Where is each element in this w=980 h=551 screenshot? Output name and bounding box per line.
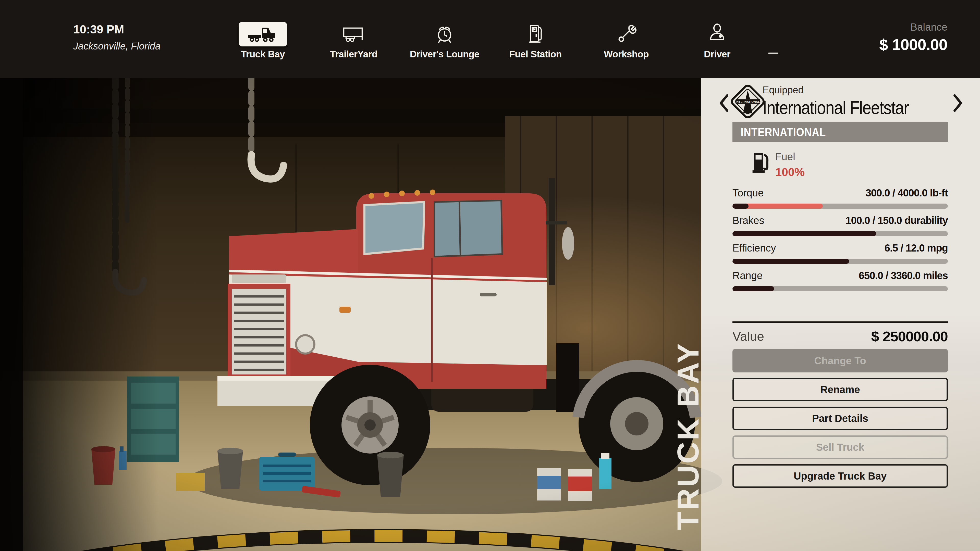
truck-title-block: Equipped International Fleetstar — [762, 85, 956, 118]
tab-workshop[interactable]: Workshop — [581, 0, 672, 78]
stat-row-torque: Torque 300.0 / 4000.0 lb-ft — [732, 187, 948, 215]
fuel-label: Fuel — [775, 151, 805, 162]
fuel-pump-icon — [511, 22, 560, 46]
balance-label: Balance — [879, 21, 947, 33]
truck-bay-banner: TRUCK BAY — [671, 342, 705, 530]
brand-name: INTERNATIONAL — [741, 125, 826, 139]
semi-truck-icon — [239, 22, 287, 46]
nav-tabs: Truck Bay TrailerYard — [218, 0, 762, 78]
person-icon — [693, 22, 741, 46]
tab-label: Driver's Lounge — [410, 49, 479, 60]
alarm-clock-icon — [420, 22, 469, 46]
truck-bay-screen: TRUCK BAY 10:39 PM Jacksonville, Florida — [0, 0, 980, 551]
stat-bar — [732, 231, 948, 236]
tab-truck-bay[interactable]: Truck Bay — [218, 0, 308, 78]
tab-driver[interactable]: Driver — [672, 0, 762, 78]
next-truck-chevron-icon[interactable] — [952, 94, 964, 112]
stat-label: Brakes — [732, 215, 764, 226]
value-label: Value — [732, 329, 764, 344]
fuel-pump-filled-icon — [752, 151, 769, 176]
truck-name: International Fleetstar — [762, 97, 933, 118]
stat-row-range: Range 650.0 / 3360.0 miles — [732, 270, 948, 297]
tab-label: TrailerYard — [330, 49, 377, 60]
tab-drivers-lounge[interactable]: Driver's Lounge — [399, 0, 490, 78]
stat-row-efficiency: Efficiency 6.5 / 12.0 mpg — [732, 242, 948, 270]
fuel-status: Fuel 100% — [752, 151, 805, 179]
clock-block: 10:39 PM Jacksonville, Florida — [73, 22, 161, 52]
stat-bar — [732, 286, 948, 291]
sell-truck-button[interactable]: Sell Truck — [732, 435, 948, 459]
divider — [732, 321, 948, 323]
prev-truck-chevron-icon[interactable] — [718, 94, 730, 112]
stat-value: 6.5 / 12.0 mpg — [885, 242, 948, 254]
international-logo-icon: INTERNATIONAL — [731, 85, 765, 118]
stat-label: Efficiency — [732, 242, 776, 254]
stat-value: 300.0 / 4000.0 lb-ft — [865, 187, 948, 199]
game-time: 10:39 PM — [73, 22, 161, 36]
stat-value: 100.0 / 150.0 durability — [845, 215, 948, 226]
equipped-label: Equipped — [762, 85, 956, 96]
balance-value: $ 1000.00 — [879, 35, 947, 54]
fuel-percentage: 100% — [775, 165, 805, 179]
current-location: Jacksonville, Florida — [73, 41, 161, 52]
stat-row-brakes: Brakes 100.0 / 150.0 durability — [732, 215, 948, 242]
tab-label: Truck Bay — [241, 49, 285, 60]
nav-dash-indicator — [768, 52, 778, 54]
tab-label: Driver — [704, 49, 730, 60]
balance-block: Balance $ 1000.00 — [879, 21, 947, 54]
truck-value-row: Value $ 250000.00 — [732, 328, 948, 345]
stat-bar — [732, 259, 948, 264]
tab-fuel-station[interactable]: Fuel Station — [490, 0, 581, 78]
part-details-button[interactable]: Part Details — [732, 407, 948, 430]
change-to-button[interactable]: Change To — [732, 349, 948, 372]
action-buttons: Change To Rename Part Details Sell Truck… — [732, 349, 948, 488]
trailer-icon — [329, 22, 378, 46]
truck-stats: Torque 300.0 / 4000.0 lb-ft Brakes 100.0… — [732, 187, 948, 297]
rename-button[interactable]: Rename — [732, 378, 948, 401]
brand-bar: INTERNATIONAL — [732, 122, 948, 142]
wrench-icon — [602, 22, 651, 46]
upgrade-truck-bay-button[interactable]: Upgrade Truck Bay — [732, 464, 948, 488]
truck-selector: INTERNATIONAL Equipped International Fle… — [701, 83, 980, 121]
tab-label: Workshop — [604, 49, 649, 60]
tab-label: Fuel Station — [509, 49, 562, 60]
stat-bar — [732, 203, 948, 209]
tab-trailer-yard[interactable]: TrailerYard — [308, 0, 399, 78]
stat-label: Range — [732, 270, 762, 281]
stat-value: 650.0 / 3360.0 miles — [859, 270, 948, 281]
truck-detail-panel: INTERNATIONAL Equipped International Fle… — [701, 78, 980, 551]
logo-text: INTERNATIONAL — [736, 100, 760, 103]
stat-label: Torque — [732, 187, 764, 199]
top-nav-bar: 10:39 PM Jacksonville, Florida — [0, 0, 980, 78]
value-amount: $ 250000.00 — [871, 328, 948, 345]
